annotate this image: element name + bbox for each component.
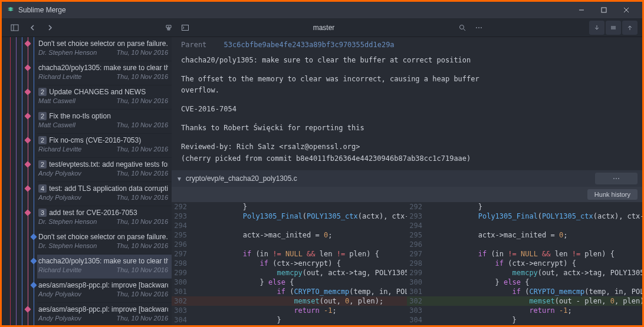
commit-summary: Don't set choice selector on parse failu… — [38, 39, 168, 48]
code-content: actx->mac_inited = 0; — [427, 230, 642, 240]
code-content: if (ctx->encrypt) { — [427, 259, 642, 268]
code-content — [427, 240, 642, 249]
diff-line: 304 } — [407, 315, 642, 325]
diff-line: 299 memcpy(out, actx->tag, POLY1305_BLOC… — [407, 268, 642, 278]
code-content: } — [192, 202, 407, 212]
diff-line: 296 — [172, 240, 407, 249]
line-number: 300 — [407, 278, 427, 287]
branch-count-badge: 2 — [38, 88, 47, 96]
commit-item[interactable]: aes/asm/aesp8-ppc.pl: improve [backward]… — [37, 279, 172, 303]
line-number: 302 — [407, 296, 427, 306]
branch-label[interactable]: master — [195, 24, 453, 32]
commit-item[interactable]: 3add test for CVE-2016-7053Dr. Stephen H… — [37, 206, 172, 230]
commit-author: Andy Polyakov — [38, 315, 81, 322]
search-button[interactable] — [456, 21, 469, 34]
commit-item[interactable]: 2Fix the no-tls optionMatt CaswellThu, 1… — [37, 110, 172, 134]
app-icon — [6, 6, 15, 14]
commit-author: Dr. Stephen Henson — [38, 49, 97, 56]
nav-back-button[interactable] — [24, 21, 41, 35]
diff-line: 305 } — [407, 325, 642, 325]
branch-count-badge: 4 — [38, 184, 47, 193]
graph-dot — [24, 88, 31, 95]
graph-dot — [30, 257, 37, 264]
diff-line: 297 if (in != NULL && len != plen) { /* … — [407, 249, 642, 259]
code-content — [427, 221, 642, 230]
commit-author: Richard Levitte — [38, 146, 81, 153]
code-content: Poly1305_Final(POLY1305_ctx(actx), ctx->… — [192, 212, 407, 221]
branch-count-badge: 2 — [38, 160, 47, 169]
more-button[interactable]: ⋯ — [472, 21, 485, 34]
diff-line: 293 Poly1305_Final(POLY1305_ctx(actx), c… — [172, 212, 407, 221]
minimize-button[interactable] — [570, 2, 593, 18]
app-title: Sublime Merge — [18, 6, 66, 14]
parent-hash[interactable]: 53c6cbfbe9abe4fe2433a89bf3c970355dd1e29a — [224, 41, 395, 49]
line-number: 305 — [172, 325, 192, 325]
commit-summary: chacha20/poly1305: make sure to clear th… — [38, 64, 168, 72]
fetch-button[interactable] — [606, 21, 621, 35]
hunk-history-button[interactable]: Hunk history — [587, 189, 638, 200]
commit-author: Andy Polyakov — [38, 290, 81, 298]
commit-item[interactable]: 2Update CHANGES and NEWSMatt CaswellThu,… — [37, 85, 172, 110]
commit-author: Andy Polyakov — [38, 194, 81, 201]
stash-icon[interactable] — [162, 21, 175, 34]
toolbar: master ⋯ — [2, 18, 642, 37]
line-number: 292 — [172, 202, 192, 212]
commit-date: Thu, 10 Nov 2016 — [117, 242, 168, 249]
pull-button[interactable] — [589, 21, 604, 35]
terminal-icon[interactable] — [179, 21, 192, 34]
commit-author: Dr. Stephen Henson — [38, 218, 97, 225]
commit-date: Thu, 10 Nov 2016 — [117, 146, 168, 153]
commit-title: chacha20/poly1305: make sure to clear th… — [181, 55, 633, 67]
graph-dot — [24, 209, 31, 216]
svg-rect-6 — [182, 25, 188, 30]
commit-item[interactable]: 2test/evptests.txt: add negative tests f… — [37, 158, 172, 182]
code-content: } else { — [427, 278, 642, 287]
commit-cherry: (cherry picked from commit b8e4011fb2636… — [181, 153, 633, 165]
commit-item[interactable]: chacha20/poly1305: make sure to clear th… — [37, 255, 172, 279]
commit-item[interactable]: 4test: add TLS application data corrupti… — [37, 182, 172, 206]
commit-author: Richard Levitte — [38, 73, 81, 80]
commit-item[interactable]: chacha20/poly1305: make sure to clear th… — [37, 61, 172, 85]
line-number: 292 — [407, 202, 427, 212]
diff-line: 302 memset(out, 0, plen); — [172, 296, 407, 306]
line-number: 297 — [407, 249, 427, 259]
file-header[interactable]: ▼ crypto/evp/e_chacha20_poly1305.c ⋯ — [172, 170, 642, 187]
line-number: 293 — [172, 212, 192, 221]
graph-dot — [24, 185, 31, 191]
graph-dot — [30, 282, 37, 288]
code-content: if (CRYPTO_memcmp(temp, in, POLY1305_BL — [427, 287, 642, 296]
close-button[interactable] — [615, 2, 638, 18]
code-content: return -1; — [427, 306, 642, 315]
commit-item[interactable]: Don't set choice selector on parse failu… — [37, 37, 172, 61]
diff-line: 300 } else { — [172, 278, 407, 287]
code-content: } — [427, 325, 642, 325]
maximize-button[interactable] — [593, 2, 615, 18]
graph-dot — [24, 137, 31, 143]
code-content: } else { — [192, 278, 407, 287]
svg-line-8 — [464, 29, 465, 31]
file-more-button[interactable]: ⋯ — [595, 173, 638, 184]
branch-count-badge: 3 — [38, 209, 47, 217]
nav-forward-button[interactable] — [42, 21, 58, 35]
line-number: 304 — [407, 315, 427, 325]
commit-thanks: Thanks to Robert Święcki for reporting t… — [181, 123, 633, 134]
commit-date: Thu, 10 Nov 2016 — [117, 170, 168, 177]
diff-line: 292 } — [172, 202, 407, 212]
commit-date: Thu, 10 Nov 2016 — [117, 49, 168, 56]
line-number: 293 — [407, 212, 427, 221]
line-number: 294 — [407, 221, 427, 230]
line-number: 295 — [407, 230, 427, 240]
diff-view[interactable]: 292 }293 Poly1305_Final(POLY1305_ctx(act… — [172, 202, 642, 325]
code-content: memcpy(out, actx->tag, POLY1305_BLOCK_S — [427, 268, 642, 278]
svg-point-7 — [460, 25, 464, 29]
commit-summary: Update CHANGES and NEWS — [49, 88, 146, 96]
code-content: return -1; — [192, 306, 407, 315]
push-button[interactable] — [622, 21, 638, 35]
locations-button[interactable] — [6, 21, 23, 35]
commit-item[interactable]: 2Fix no-cms (CVE-2016-7053)Richard Levit… — [37, 134, 172, 158]
commit-item[interactable]: aes/asm/aesp8-ppc.pl: improve [backward]… — [37, 303, 172, 325]
graph-dot — [24, 113, 31, 119]
commit-item[interactable]: Don't set choice selector on parse failu… — [37, 230, 172, 255]
line-number: 300 — [172, 278, 192, 287]
diff-line: 299 memcpy(out, actx->tag, POLY1305_BLOC… — [172, 268, 407, 278]
